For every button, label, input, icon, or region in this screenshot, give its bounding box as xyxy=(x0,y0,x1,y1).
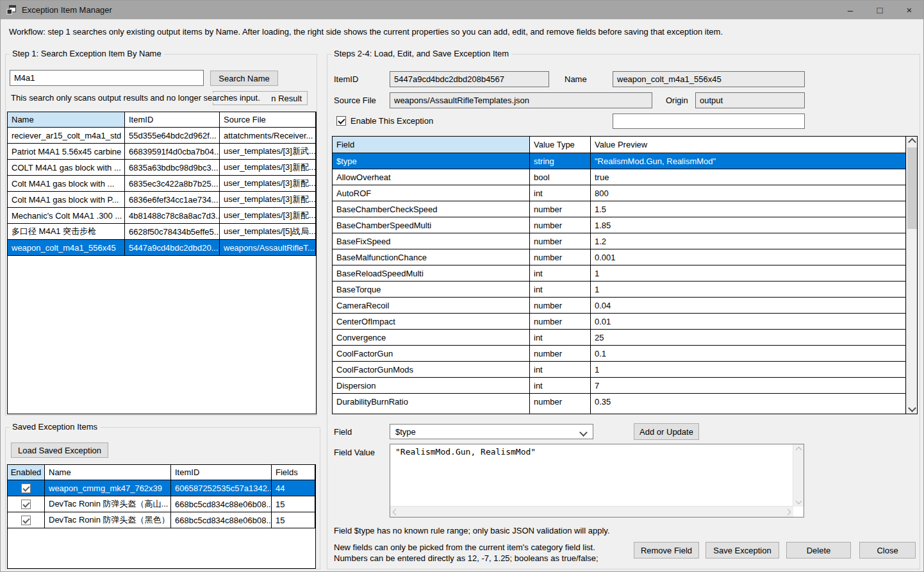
cell-itemid[interactable]: 668bc5cd834c88e06b08... xyxy=(171,512,272,528)
field-dropdown[interactable]: $type xyxy=(390,424,593,439)
cell-field[interactable]: $type xyxy=(333,153,530,169)
cell-value-type[interactable]: int xyxy=(530,362,591,377)
results-header-itemid[interactable]: ItemID xyxy=(125,112,220,127)
cell-value-preview[interactable]: 1.85 xyxy=(591,217,906,233)
cell-value-type[interactable]: number xyxy=(530,249,591,265)
table-row[interactable]: BaseTorque int 1 xyxy=(333,282,917,298)
scroll-down-icon[interactable] xyxy=(907,403,918,414)
table-row[interactable]: DurabilityBurnRatio number 0.35 xyxy=(333,394,917,410)
maximize-icon[interactable]: □ xyxy=(865,0,895,19)
cell-source-file[interactable]: user_templates/[3]新配... xyxy=(220,176,316,191)
saved-header-enabled[interactable]: Enabled xyxy=(8,465,45,480)
cell-field[interactable]: CameraRecoil xyxy=(333,298,530,313)
table-row[interactable]: CoolFactorGun number 0.1 xyxy=(333,346,917,362)
minimize-icon[interactable]: – xyxy=(836,0,865,19)
remove-field-button[interactable]: Remove Field xyxy=(634,542,699,559)
cell-value-type[interactable]: int xyxy=(530,282,591,297)
cell-source-file[interactable]: user_templates/[5]战局... xyxy=(220,224,316,239)
cell-field[interactable]: AllowOverheat xyxy=(333,169,530,185)
cell-field[interactable]: BaseChamberCheckSpeed xyxy=(333,201,530,217)
table-row[interactable]: weapon_cmmg_mk47_762x39 606587252535c57a… xyxy=(8,480,315,496)
cell-value-type[interactable]: int xyxy=(530,185,591,201)
cell-value-preview[interactable]: 1 xyxy=(591,282,906,297)
cell-name[interactable]: 多口径 M4A1 突击步枪 xyxy=(8,224,125,239)
scrollbar-thumb[interactable] xyxy=(907,147,917,229)
cell-value-type[interactable]: string xyxy=(530,153,591,169)
table-row[interactable]: DevTac Ronin 防弹头盔（黑色） 668bc5cd834c88e06b… xyxy=(8,512,315,528)
cell-value-preview[interactable]: 0.35 xyxy=(591,394,906,409)
cell-itemid[interactable]: 66839591f4d0cba7b04... xyxy=(125,144,220,159)
cell-itemid[interactable]: 6628f50c78434b5effe5... xyxy=(125,224,220,239)
table-row[interactable]: $type string "RealismMod.Gun, RealismMod… xyxy=(333,153,917,169)
cell-field[interactable]: Dispersion xyxy=(333,378,530,393)
scroll-left-icon[interactable] xyxy=(390,507,401,517)
table-row[interactable]: BaseReloadSpeedMulti int 1 xyxy=(333,265,917,282)
cell-itemid[interactable]: 4b81488c78c8a8ac7d3... xyxy=(125,208,220,223)
scroll-down-icon[interactable] xyxy=(793,496,804,507)
cell-value-preview[interactable]: 25 xyxy=(591,330,906,345)
cell-value-preview[interactable]: 0.01 xyxy=(591,314,906,329)
cell-value-preview[interactable]: 0.04 xyxy=(591,298,906,313)
cell-name[interactable]: Colt M4A1 gas block with ... xyxy=(8,176,125,191)
scroll-right-icon[interactable] xyxy=(782,507,793,517)
cell-itemid[interactable]: 55d355e64bdc2d962f... xyxy=(125,128,220,143)
cell-name[interactable]: DevTac Ronin 防弹头盔（高山... xyxy=(45,496,171,512)
enable-exception-checkbox[interactable] xyxy=(336,116,346,126)
cell-value-preview[interactable]: 1 xyxy=(591,362,906,377)
table-row[interactable]: CameraRecoil number 0.04 xyxy=(333,298,917,314)
empty-input[interactable] xyxy=(613,114,805,129)
cell-value-type[interactable]: bool xyxy=(530,169,591,185)
table-row[interactable]: AutoROF int 800 xyxy=(333,185,917,201)
cell-source-file[interactable]: user_templates/[3]新配... xyxy=(220,208,316,223)
table-row[interactable]: CenterOfImpact number 0.01 xyxy=(333,314,917,330)
cell-value-preview[interactable]: "RealismMod.Gun, RealismMod" xyxy=(591,153,906,169)
cell-value-type[interactable]: number xyxy=(530,217,591,233)
table-row[interactable]: Mechanic's Colt M4A1 .300 ... 4b81488c78… xyxy=(8,208,316,224)
cell-itemid[interactable]: 6836e6fef34cc1ae734... xyxy=(125,192,220,207)
cell-name[interactable]: weapon_cmmg_mk47_762x39 xyxy=(45,480,171,496)
cell-fields[interactable]: 15 xyxy=(272,512,315,528)
table-row[interactable]: Patriot M4A1 5.56x45 carbine 66839591f4d… xyxy=(8,144,316,160)
table-row[interactable]: Convergence int 25 xyxy=(333,330,917,346)
saved-header-itemid[interactable]: ItemID xyxy=(171,465,272,480)
cell-name[interactable]: weapon_colt_m4a1_556x45 xyxy=(8,240,125,255)
fields-header-field[interactable]: Field xyxy=(333,137,530,153)
cell-name[interactable]: Mechanic's Colt M4A1 .300 ... xyxy=(8,208,125,223)
search-input[interactable] xyxy=(10,70,204,86)
cell-value-type[interactable]: number xyxy=(530,201,591,217)
saved-header-name[interactable]: Name xyxy=(45,465,171,480)
table-row[interactable]: BaseFixSpeed number 1.2 xyxy=(333,233,917,249)
cell-name[interactable]: Colt M4A1 gas block with P... xyxy=(8,192,125,207)
table-row[interactable]: DevTac Ronin 防弹头盔（高山... 668bc5cd834c88e0… xyxy=(8,496,315,512)
table-row[interactable]: Colt M4A1 gas block with ... 6835ec3c422… xyxy=(8,176,316,192)
cell-value-preview[interactable]: 800 xyxy=(591,185,906,201)
cell-value-type[interactable]: number xyxy=(530,314,591,329)
table-row[interactable]: BaseMalfunctionChance number 0.001 xyxy=(333,249,917,265)
cell-value-preview[interactable]: 1.2 xyxy=(591,233,906,249)
origin-field[interactable] xyxy=(695,92,805,108)
cell-value-type[interactable]: int xyxy=(530,265,591,281)
cell-field[interactable]: Convergence xyxy=(333,330,530,345)
scroll-up-icon[interactable] xyxy=(907,137,918,147)
cell-field[interactable]: CoolFactorGunMods xyxy=(333,362,530,377)
cell-field[interactable]: DurabilityBurnRatio xyxy=(333,394,530,409)
fields-header-type[interactable]: Value Type xyxy=(530,137,591,153)
cell-field[interactable]: BaseTorque xyxy=(333,282,530,297)
cell-field[interactable]: BaseChamberSpeedMulti xyxy=(333,217,530,233)
add-or-update-button[interactable]: Add or Update xyxy=(634,423,699,440)
table-row[interactable]: reciever_ar15_colt_m4a1_std 55d355e64bdc… xyxy=(8,128,316,144)
cell-value-preview[interactable]: 1 xyxy=(591,265,906,281)
table-row[interactable]: Dispersion int 7 xyxy=(333,378,917,394)
table-row[interactable]: Colt M4A1 gas block with P... 6836e6fef3… xyxy=(8,192,316,208)
search-name-button[interactable]: Search Name xyxy=(210,71,278,86)
fields-table-scrollbar[interactable] xyxy=(906,137,917,414)
enabled-checkbox[interactable] xyxy=(21,516,31,525)
cell-fields[interactable]: 15 xyxy=(272,496,315,512)
load-saved-exception-button[interactable]: Load Saved Exception xyxy=(11,442,108,458)
cell-name[interactable]: reciever_ar15_colt_m4a1_std xyxy=(8,128,125,143)
cell-field[interactable]: CenterOfImpact xyxy=(333,314,530,329)
table-row[interactable]: BaseChamberCheckSpeed number 1.5 xyxy=(333,201,917,217)
cell-source-file[interactable]: user_templates/[3]新武... xyxy=(220,144,316,159)
cell-field[interactable]: BaseMalfunctionChance xyxy=(333,249,530,265)
cell-itemid[interactable]: 6835ec3c422a8b7b25... xyxy=(125,176,220,191)
